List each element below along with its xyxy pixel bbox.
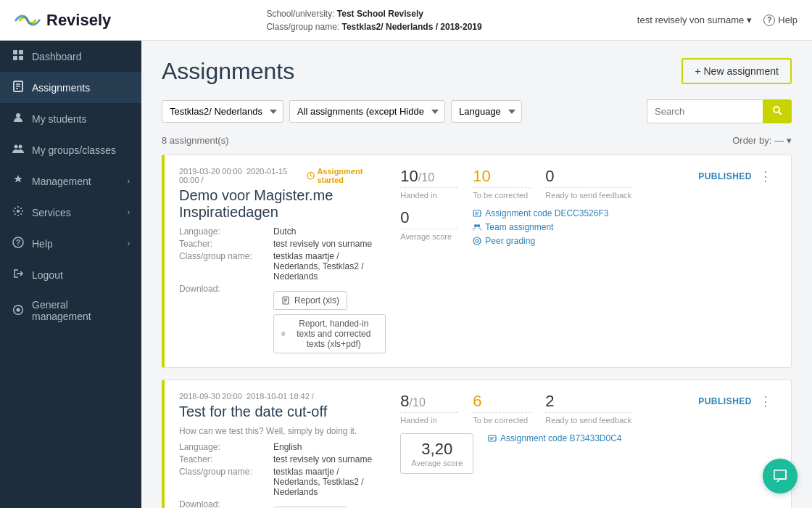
team-assignment-link-1[interactable]: Team assignment [473,222,608,232]
card-right-2: PUBLISHED ⋮ [646,392,776,508]
published-badge-2: PUBLISHED [698,396,752,406]
school-name: Test School Revisely [337,9,423,19]
sidebar-item-my-groups[interactable]: My groups/classes [0,134,141,165]
search-button[interactable] [763,99,792,123]
user-name-text: test revisely von surname [637,15,744,25]
card-download-1: Download: Report (xls) Report, handed-in… [179,284,386,353]
svg-rect-38 [489,435,496,441]
my-groups-icon [12,143,25,157]
school-info: School/university: Test School Revisely … [266,7,481,33]
assignment-card-2: 2018-09-30 20:00 2018-10-01 18:42 / Test… [162,380,792,508]
user-name-button[interactable]: test revisely von surname ▾ [637,15,752,25]
three-dot-menu-1[interactable]: ⋮ [755,167,776,186]
card-classname-2: Class/group name: testklas maartje / Ned… [179,467,386,497]
order-by-chevron-icon: ▾ [787,135,792,146]
action-links-1: Assignment code DECC3526F3 Team assignme… [473,208,608,246]
sidebar-item-services[interactable]: Services › [0,197,141,228]
logo-text: Revisely [46,11,111,30]
sidebar-item-management[interactable]: Management › [0,165,141,197]
order-by-button[interactable]: Order by: — ▾ [732,135,792,146]
assignment-started-badge-1: Assignment started [307,167,386,184]
sidebar-item-logout[interactable]: Logout [0,259,141,290]
sidebar-item-dashboard[interactable]: Dashboard [0,41,141,72]
language-filter-select[interactable]: Language [451,100,522,123]
card-classname-1: Class/group name: testklas maartje / Ned… [179,251,386,282]
class-label: Class/group name: [266,22,339,32]
assignment-code-link-1[interactable]: Assignment code DECC3526F3 [473,208,608,218]
handed-in-stat-2: 8/10 Handed in [400,392,458,425]
logo-icon [14,12,41,29]
my-students-icon [12,112,25,126]
user-chevron-icon: ▾ [747,15,752,25]
peer-grading-link-1[interactable]: Peer grading [473,236,608,246]
user-area: test revisely von surname ▾ ? Help [637,15,798,26]
svg-point-10 [19,145,22,149]
clock-icon-1 [307,171,315,180]
sidebar: Dashboard Assignments My students My gro… [0,41,141,508]
sidebar-label-assignments: Assignments [32,82,90,94]
sidebar-label-logout: Logout [32,269,63,281]
help-link[interactable]: ? Help [763,15,798,26]
code-icon-2 [488,434,497,443]
card-left-1: 2019-03-20 00:00 2020-01-15 00:00 / Assi… [179,167,386,356]
svg-point-9 [14,145,18,149]
sidebar-label-my-groups: My groups/classes [32,144,116,156]
class-filter-select[interactable]: Testklas2/ Nederlands [162,100,283,123]
sidebar-item-assignments[interactable]: Assignments [0,72,141,103]
svg-rect-0 [13,50,17,54]
card-teacher-1: Teacher: test revisely von surname [179,239,386,249]
search-wrapper [647,99,792,123]
sidebar-label-services: Services [32,207,71,218]
svg-point-15 [774,107,779,112]
peer-icon-1 [473,237,481,245]
three-dot-menu-2[interactable]: ⋮ [755,392,776,411]
type-filter-select[interactable]: All assignments (except Hidde [289,100,445,123]
svg-rect-26 [473,210,481,216]
to-be-corrected-stat-2: 6 To be corrected [473,392,531,425]
services-arrow-icon: › [128,208,130,216]
management-icon [12,174,25,188]
card-language-1: Language: Dutch [179,226,386,237]
search-input[interactable] [647,99,763,123]
help-arrow-icon: › [128,239,130,247]
date-range-text-2: 2018-09-30 20:00 2018-10-01 18:42 / [179,392,314,401]
ready-feedback-stat-2: 2 Ready to send feedback [545,392,631,425]
svg-point-30 [477,224,480,227]
class-name: Testklas2/ Nederlands / 2018-2019 [341,22,481,32]
download-full-report-btn-1[interactable]: Report, handed-in texts and corrected te… [273,314,386,353]
svg-rect-1 [19,50,23,54]
svg-text:?: ? [16,239,20,247]
card-stats-2: 8/10 Handed in 6 To be corrected 2 Ready… [400,392,631,508]
card-download-2: Download: Report (xls) Report, handed-in… [179,499,386,508]
new-assignment-button[interactable]: + New assignment [682,58,792,84]
dashboard-icon [12,49,25,63]
assignment-card: 2019-03-20 00:00 2020-01-15 00:00 / Assi… [162,155,792,368]
main-layout: Dashboard Assignments My students My gro… [0,41,812,508]
help-icon: ? [12,237,25,250]
meta-row: 8 assignment(s) Order by: — ▾ [162,135,792,146]
card-date-2: 2018-09-30 20:00 2018-10-01 18:42 / [179,392,386,401]
services-icon [12,205,25,219]
download-report-btn-1[interactable]: Report (xls) [273,291,347,310]
sidebar-label-dashboard: Dashboard [32,51,82,62]
page-title: Assignments [162,58,294,85]
sidebar-item-general-management[interactable]: General management [0,290,141,331]
sidebar-label-my-students: My students [32,113,86,125]
sidebar-item-my-students[interactable]: My students [0,103,141,134]
card-stats-1: 10/10 Handed in 10 To be corrected 0 Rea… [400,167,631,356]
svg-point-31 [476,239,478,242]
handed-in-stat-1: 10/10 Handed in [400,167,458,200]
top-header: Revisely School/university: Test School … [0,0,812,41]
card-teacher-2: Teacher: test revisely von surname [179,454,386,464]
logout-icon [12,268,25,282]
chat-bubble[interactable] [763,459,798,493]
card-title-2: Test for the date cut-off [179,403,386,420]
avg-score-stat-1: 0 Average score [400,208,458,241]
date-range-text-1: 2019-03-20 00:00 2020-01-15 00:00 / [179,167,304,184]
chat-icon [772,468,788,484]
sidebar-item-help[interactable]: ? Help › [0,228,141,259]
logo-area: Revisely [14,11,111,30]
assignment-code-link-2[interactable]: Assignment code B73433D0C4 [488,433,621,443]
to-be-corrected-stat-1: 10 To be corrected [473,167,531,200]
ready-feedback-stat-1: 0 Ready to send feedback [545,167,631,200]
